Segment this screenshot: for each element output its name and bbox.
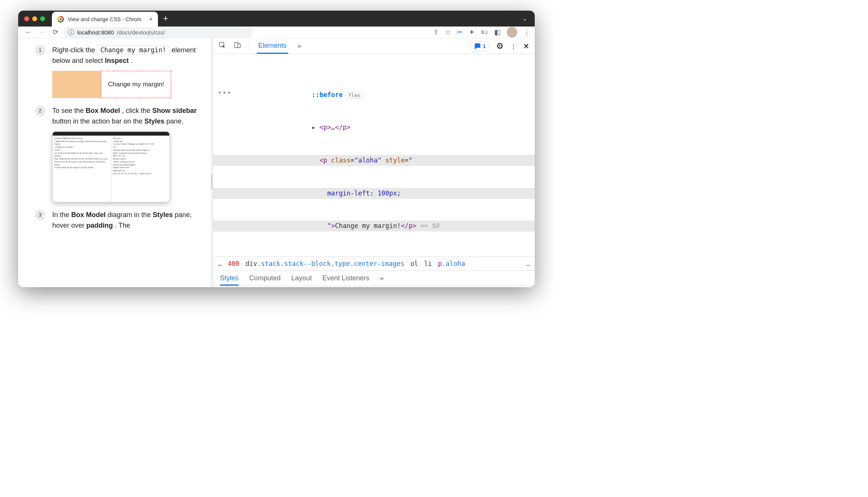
breadcrumb-selected[interactable]: p.aloha xyxy=(438,260,465,267)
styles-row: F :hov .cls + ▶| element.style { margin-… xyxy=(213,286,535,287)
devtools-panel: Elements » 1 ⚙ ⋮ ✕ ••• ::beforeflex ▸ <p… xyxy=(213,38,535,287)
text-bold: Box Model xyxy=(71,211,106,219)
styles-filter-bar: F :hov .cls + ▶| xyxy=(213,286,395,287)
issues-count: 1 xyxy=(483,43,486,49)
demo-margin-visual xyxy=(52,71,101,98)
text: . The xyxy=(115,222,130,229)
tab-styles[interactable]: Styles xyxy=(220,274,239,286)
dom-tree[interactable]: ••• ::beforeflex ▸ <p>…</p> <p class="al… xyxy=(213,54,535,256)
tabs-overflow-icon[interactable]: » xyxy=(296,39,303,53)
text: diagram in the xyxy=(108,211,153,219)
text: To see the xyxy=(52,107,86,114)
tab-title: View and change CSS - Chrom xyxy=(68,16,145,22)
omnibar-actions: ⇪ ☆ ✂ ✦ ≡♪ ◧ ⋮ xyxy=(433,27,530,38)
scissors-icon[interactable]: ✂ xyxy=(457,28,463,36)
back-button[interactable]: ← xyxy=(23,27,33,38)
breadcrumb-overflow[interactable]: … xyxy=(526,260,530,267)
breadcrumbs[interactable]: … 400 div.stack.stack--block.type.center… xyxy=(213,256,535,271)
url-host: localhost: xyxy=(77,29,101,36)
dom-node[interactable]: ▸ <p>…</p> xyxy=(213,122,535,133)
omnibar: ← → ⟳ i localhost:8080/docs/devtools/css… xyxy=(18,27,535,38)
tabs-overflow-icon[interactable]: » xyxy=(380,274,384,282)
profile-avatar[interactable] xyxy=(507,27,517,38)
breadcrumb-item[interactable]: div.stack.stack--block.type.center-image… xyxy=(245,260,404,267)
text-bold: padding xyxy=(86,222,113,229)
close-devtools-icon[interactable]: ✕ xyxy=(523,42,529,51)
breadcrumb-item[interactable]: ol xyxy=(411,260,418,267)
text-bold: Styles xyxy=(153,211,173,219)
reload-button[interactable]: ⟳ xyxy=(50,27,61,38)
chrome-menu-icon[interactable]: ⋮ xyxy=(523,28,530,36)
share-icon[interactable]: ⇪ xyxy=(433,28,439,36)
step-number: 3 xyxy=(35,210,45,220)
step-1: 1 Right-click the Change my margin! elem… xyxy=(35,45,200,98)
svg-rect-2 xyxy=(237,44,240,48)
address-bar[interactable]: i localhost:8080/docs/devtools/css/ xyxy=(64,27,253,38)
step-number: 1 xyxy=(35,45,45,56)
dom-node-selected[interactable]: <p class="aloha" style=" xyxy=(213,155,535,166)
step-number: 2 xyxy=(35,106,45,116)
content-row: 1 Right-click the Change my margin! elem… xyxy=(18,38,535,287)
more-icon[interactable]: ⋮ xyxy=(510,43,516,50)
chrome-logo-icon xyxy=(57,16,64,23)
devtools-toolbar: Elements » 1 ⚙ ⋮ ✕ xyxy=(213,38,535,54)
browser-window: View and change CSS - Chrom × + ⌄ ← → ⟳ … xyxy=(18,11,535,287)
tab-computed[interactable]: Computed xyxy=(249,274,281,282)
text: button in the action bar on the xyxy=(52,117,144,125)
overflow-indicator: ••• xyxy=(218,88,232,98)
text-bold: Box Model xyxy=(86,107,120,114)
pane-resizer[interactable] xyxy=(211,38,213,287)
step-3: 3 In the Box Model diagram in the Styles… xyxy=(35,210,200,231)
reading-list-icon[interactable]: ≡♪ xyxy=(481,28,488,36)
browser-tab[interactable]: View and change CSS - Chrom × xyxy=(52,12,158,27)
traffic-lights xyxy=(24,16,45,21)
doc-pane: 1 Right-click the Change my margin! elem… xyxy=(18,38,211,287)
dom-node-selected[interactable]: margin-left: 100px; xyxy=(213,188,535,199)
text: , click the xyxy=(122,107,152,114)
text: In the xyxy=(52,211,71,219)
demo-element[interactable]: Change my margin! xyxy=(101,71,171,98)
breadcrumb-num[interactable]: 400 xyxy=(228,260,239,267)
titlebar: View and change CSS - Chrom × + ⌄ xyxy=(18,11,535,27)
screenshot-thumbnail: localhost:8080/docs/devtools/css/1 Right… xyxy=(52,131,170,202)
dom-node-selected[interactable]: ">Change my margin!</p> == $0 xyxy=(213,220,535,231)
close-tab-icon[interactable]: × xyxy=(149,16,153,23)
text: Right-click the xyxy=(52,46,97,54)
issues-badge[interactable]: 1 xyxy=(470,41,489,51)
styles-tabs: Styles Computed Layout Event Listeners » xyxy=(213,271,535,286)
settings-icon[interactable]: ⚙ xyxy=(496,41,504,51)
url-port: 8080 xyxy=(101,29,114,36)
code-inline: Change my margin! xyxy=(97,45,170,55)
new-tab-button[interactable]: + xyxy=(163,14,168,23)
bookmark-icon[interactable]: ☆ xyxy=(445,28,451,36)
inspect-element-icon[interactable] xyxy=(219,41,226,51)
text-bold: Inspect xyxy=(105,57,129,64)
flex-badge[interactable]: flex xyxy=(345,92,364,98)
demo-box: Change my margin! xyxy=(52,71,200,98)
maximize-window-icon[interactable] xyxy=(40,16,45,21)
text-bold: Styles xyxy=(144,117,164,125)
styles-rules-pane: F :hov .cls + ▶| element.style { margin-… xyxy=(213,286,395,287)
step-2: 2 To see the Box Model , click the Show … xyxy=(35,106,200,202)
text: pane. xyxy=(166,117,183,125)
breadcrumb-trunc[interactable]: … xyxy=(218,260,222,267)
text: . xyxy=(131,57,133,64)
pseudo-before[interactable]: ::before xyxy=(312,91,343,98)
device-toggle-icon[interactable] xyxy=(234,41,241,51)
tab-event-listeners[interactable]: Event Listeners xyxy=(322,274,369,282)
url-path: /docs/devtools/css/ xyxy=(117,29,165,36)
tab-elements[interactable]: Elements xyxy=(257,39,288,54)
extensions-icon[interactable]: ✦ xyxy=(469,28,475,36)
forward-button[interactable]: → xyxy=(36,27,47,38)
close-window-icon[interactable] xyxy=(24,16,29,21)
side-panel-icon[interactable]: ◧ xyxy=(494,28,501,36)
site-info-icon[interactable]: i xyxy=(68,29,74,35)
minimize-window-icon[interactable] xyxy=(32,16,37,21)
text-bold: Show sidebar xyxy=(152,107,197,114)
tabs-dropdown-icon[interactable]: ⌄ xyxy=(523,16,527,22)
breadcrumb-item[interactable]: li xyxy=(424,260,432,267)
tab-layout[interactable]: Layout xyxy=(291,274,312,282)
box-model-diagram[interactable]: margin - - 100 - border 1 1 1 1 paddin xyxy=(395,286,535,287)
